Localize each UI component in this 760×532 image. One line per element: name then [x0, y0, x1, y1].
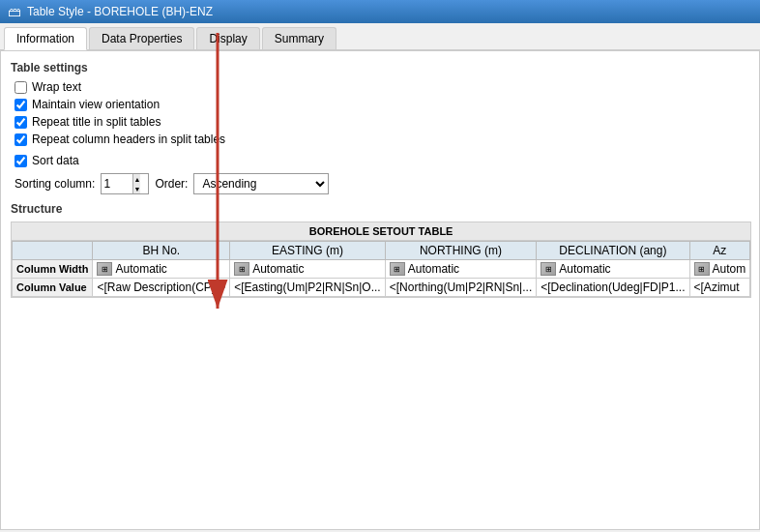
maintain-view-checkbox[interactable]	[15, 99, 27, 111]
col-val-text-4: <[Declination(Udeg|FD|P1...	[541, 281, 685, 294]
structure-table-title: BOREHOLE SETOUT TABLE	[12, 222, 750, 241]
title-bar-icon: 🗃	[8, 4, 21, 19]
sorting-column-spinner: ▲ ▼	[101, 173, 149, 194]
col-width-az[interactable]: ⊞ Autom	[689, 260, 750, 279]
col-width-declination[interactable]: ⊞ Automatic	[537, 260, 689, 279]
col-val-easting[interactable]: <[Easting(Um|P2|RN|Sn|O...	[230, 279, 386, 297]
table-row: Column Value <[Raw Description(CP)]> <[E…	[13, 279, 750, 297]
structure-table: BH No. EASTING (m) NORTHING (m) DECLINAT…	[12, 241, 750, 297]
left-panel: Table settings Wrap text Maintain view o…	[11, 61, 751, 519]
col-header-bhno: BH No.	[93, 242, 230, 260]
wrap-text-label: Wrap text	[32, 80, 81, 94]
structure-title: Structure	[11, 202, 751, 216]
main-content: Table settings Wrap text Maintain view o…	[0, 50, 760, 530]
repeat-title-row: Repeat title in split tables	[11, 115, 751, 129]
table-row: Column Width ⊞ Automatic ⊞ Autom	[13, 260, 750, 279]
col-val-text-2: <[Easting(Um|P2|RN|Sn|O...	[234, 281, 381, 294]
col-val-declination[interactable]: <[Declination(Udeg|FD|P1...	[537, 279, 689, 297]
sorting-column-input[interactable]	[102, 177, 132, 191]
wrap-text-checkbox[interactable]	[15, 81, 27, 94]
cell-icon-2: ⊞	[234, 262, 249, 276]
col-val-northing[interactable]: <[Northing(Um|P2|RN|Sn|...	[385, 279, 537, 297]
sort-data-row: Sort data	[11, 154, 751, 167]
repeat-title-checkbox[interactable]	[15, 116, 27, 129]
cell-width-text-3: Automatic	[408, 262, 459, 276]
cell-width-text-4: Automatic	[559, 262, 610, 276]
tab-display[interactable]: Display	[196, 27, 259, 49]
sort-data-label: Sort data	[32, 154, 79, 167]
order-select[interactable]: Ascending Descending	[193, 173, 329, 194]
cell-icon-5: ⊞	[694, 262, 710, 276]
column-value-label: Column Value	[13, 279, 93, 297]
col-header-northing: NORTHING (m)	[385, 242, 537, 260]
wrap-text-row: Wrap text	[11, 80, 751, 94]
col-width-easting[interactable]: ⊞ Automatic	[230, 260, 386, 279]
cell-width-text-2: Automatic	[252, 262, 304, 276]
cell-icon-4: ⊞	[541, 262, 556, 276]
col-val-text-1: <[Raw Description(CP)]>	[97, 281, 225, 294]
col-header-declination: DECLINATION (ang)	[537, 242, 689, 260]
sorting-column-label: Sorting column:	[15, 177, 95, 191]
col-width-northing[interactable]: ⊞ Automatic	[385, 260, 537, 279]
tabs-bar: Information Data Properties Display Summ…	[0, 23, 760, 50]
col-val-bhno[interactable]: <[Raw Description(CP)]>	[93, 279, 230, 297]
structure-box: BOREHOLE SETOUT TABLE BH No. EASTING (m)…	[11, 222, 751, 298]
tab-information[interactable]: Information	[4, 27, 87, 50]
tab-summary[interactable]: Summary	[262, 27, 336, 49]
sort-data-checkbox[interactable]	[15, 155, 27, 167]
repeat-column-headers-row: Repeat column headers in split tables	[11, 133, 751, 146]
cell-width-text-5: Autom	[713, 262, 746, 276]
column-width-label: Column Width	[13, 260, 93, 279]
maintain-view-label: Maintain view orientation	[32, 98, 160, 111]
cell-icon-3: ⊞	[390, 262, 405, 276]
col-header-empty	[13, 242, 93, 260]
col-header-easting: EASTING (m)	[230, 242, 386, 260]
table-settings-title: Table settings	[11, 61, 751, 74]
spinner-down-button[interactable]: ▼	[133, 184, 140, 193]
sorting-options-row: Sorting column: ▲ ▼ Order: Ascending Des…	[11, 173, 751, 194]
col-header-az: Az	[689, 242, 750, 260]
title-bar-text: Table Style - BOREHOLE (BH)-ENZ	[27, 5, 213, 18]
spinner-buttons: ▲ ▼	[132, 174, 140, 193]
repeat-column-headers-checkbox[interactable]	[15, 133, 27, 146]
repeat-title-label: Repeat title in split tables	[32, 115, 161, 129]
repeat-column-headers-label: Repeat column headers in split tables	[32, 133, 225, 146]
col-val-az[interactable]: <[Azimut	[689, 279, 750, 297]
col-val-text-5: <[Azimut	[694, 281, 740, 294]
title-bar: 🗃 Table Style - BOREHOLE (BH)-ENZ	[0, 0, 760, 23]
maintain-view-row: Maintain view orientation	[11, 98, 751, 111]
spinner-up-button[interactable]: ▲	[133, 174, 140, 184]
cell-icon-1: ⊞	[97, 262, 112, 276]
tab-data-properties[interactable]: Data Properties	[89, 27, 194, 49]
col-val-text-3: <[Northing(Um|P2|RN|Sn|...	[390, 281, 533, 294]
cell-width-text-1: Automatic	[115, 262, 166, 276]
order-label: Order:	[155, 177, 188, 191]
col-width-bhno[interactable]: ⊞ Automatic	[93, 260, 230, 279]
